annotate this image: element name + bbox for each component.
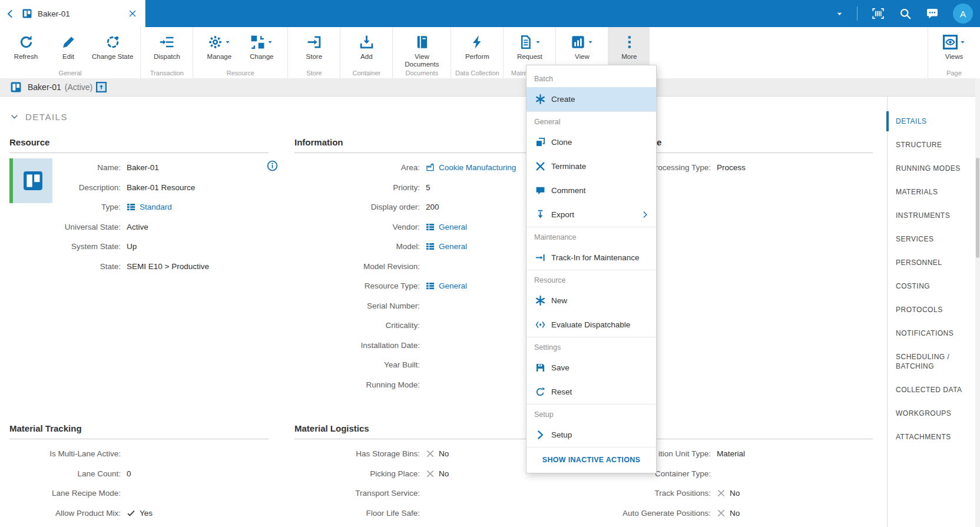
chat-icon[interactable] bbox=[926, 8, 938, 19]
search-icon[interactable] bbox=[899, 8, 911, 19]
field-value-text: No bbox=[730, 509, 740, 518]
dispatch-button[interactable]: Dispatch bbox=[145, 30, 188, 61]
detail-row-resource-type: Resource Type:General bbox=[294, 276, 549, 296]
sidebar-item-protocols[interactable]: PROTOCOLS bbox=[888, 298, 975, 321]
menu-item-label: Reset bbox=[551, 387, 572, 396]
ribbon-group-label: Resource bbox=[193, 69, 287, 77]
view-button[interactable]: View bbox=[561, 30, 603, 61]
sidebar-item-workgroups[interactable]: WORKGROUPS bbox=[888, 402, 975, 425]
menu-item-export[interactable]: Export bbox=[527, 203, 656, 227]
menu-item-comment[interactable]: Comment bbox=[527, 178, 656, 203]
sidebar-item-collected-data[interactable]: COLLECTED DATA bbox=[888, 378, 975, 402]
field-label: State: bbox=[9, 262, 121, 271]
menu-section-label: Settings bbox=[527, 337, 656, 356]
field-label: Year Built: bbox=[294, 360, 420, 369]
resource-image bbox=[13, 158, 52, 203]
menu-section-label: Setup bbox=[527, 405, 656, 423]
field-label: Criticality: bbox=[294, 321, 420, 330]
ribbon-group-label: General bbox=[0, 69, 140, 77]
sidebar-item-services[interactable]: SERVICES bbox=[888, 227, 975, 251]
scrollbar-thumb[interactable] bbox=[976, 158, 979, 258]
edit-button[interactable]: Edit bbox=[47, 30, 90, 61]
field-value: Process bbox=[717, 163, 746, 172]
panel-material-tracking: Material Tracking Is Multi-Lane Active:L… bbox=[9, 423, 269, 523]
ribbon-button-label: Perform bbox=[465, 53, 489, 61]
show-inactive-actions-link[interactable]: SHOW INACTIVE ACTIONS bbox=[527, 447, 656, 473]
field-label: Allow Product Mix: bbox=[9, 509, 121, 518]
chevron-down-icon[interactable] bbox=[836, 11, 843, 17]
field-value[interactable]: General bbox=[426, 223, 467, 231]
detail-row-auto-generate-positions: Auto Generate Positions:No bbox=[601, 503, 873, 523]
sidebar-item-notifications[interactable]: NOTIFICATIONS bbox=[888, 321, 975, 345]
sidebar-item-structure[interactable]: STRUCTURE bbox=[888, 133, 975, 157]
back-chevron-icon[interactable] bbox=[6, 9, 15, 18]
sidebar-item-materials[interactable]: MATERIALS bbox=[888, 180, 975, 204]
sidebar-item-details[interactable]: DETAILS bbox=[888, 110, 975, 133]
details-section-toggle[interactable]: DETAILS bbox=[11, 112, 68, 122]
panel-title: Material Tracking bbox=[9, 423, 269, 439]
menu-item-reset[interactable]: Reset bbox=[527, 380, 656, 404]
sidebar-item-running-modes[interactable]: RUNNING MODES bbox=[888, 157, 975, 180]
sidebar-item-instruments[interactable]: INSTRUMENTS bbox=[888, 204, 975, 227]
view-documents-button[interactable]: View Documents bbox=[398, 30, 446, 68]
field-value: Baker-01 bbox=[127, 163, 159, 172]
cross-icon bbox=[426, 469, 435, 478]
field-value[interactable]: Cookie Manufacturing bbox=[426, 163, 516, 172]
barcode-scan-icon[interactable] bbox=[872, 8, 884, 19]
field-value: 5 bbox=[426, 183, 431, 192]
ribbon-group-label: Transaction bbox=[141, 69, 193, 77]
menu-item-setup[interactable]: Setup bbox=[527, 423, 656, 447]
ribbon-icon-row bbox=[160, 33, 174, 51]
detail-row-display-order: Display order:200 bbox=[294, 197, 549, 217]
sidebar-item-costing[interactable]: COSTING bbox=[888, 274, 975, 298]
sidebar-item-scheduling-batching[interactable]: SCHEDULING / BATCHING bbox=[888, 345, 975, 378]
perform-button[interactable]: Perform bbox=[456, 30, 498, 61]
field-value: No bbox=[717, 509, 740, 518]
change-state-button[interactable]: Change State bbox=[90, 30, 135, 61]
refresh-button[interactable]: Refresh bbox=[5, 30, 47, 61]
menu-item-label: Evaluate Dispatchable bbox=[551, 320, 630, 329]
ribbon-icon-row bbox=[61, 33, 76, 51]
caret-down-icon bbox=[225, 39, 230, 45]
ribbon-group-store: StoreStore bbox=[288, 27, 340, 78]
field-value[interactable]: Standard bbox=[127, 203, 172, 211]
add-button[interactable]: Add bbox=[345, 30, 388, 61]
menu-item-label: Export bbox=[551, 210, 574, 219]
store-button[interactable]: Store bbox=[293, 30, 335, 61]
views-button[interactable]: Views bbox=[933, 30, 975, 61]
vertical-scrollbar[interactable] bbox=[975, 78, 980, 527]
ribbon-group-transaction: DispatchTransaction bbox=[141, 27, 193, 78]
tab-baker-01[interactable]: Baker-01 bbox=[15, 0, 145, 27]
sidebar-item-attachments[interactable]: ATTACHMENTS bbox=[888, 425, 975, 449]
asterisk-icon bbox=[535, 296, 545, 306]
detail-row-system-state: System State:Up bbox=[9, 237, 269, 257]
manage-button[interactable]: Manage bbox=[198, 30, 240, 61]
change-button[interactable]: Change bbox=[240, 30, 283, 61]
info-icon[interactable] bbox=[267, 160, 278, 171]
ribbon-toolbar: RefreshEditChange StateGeneralDispatchTr… bbox=[0, 27, 980, 79]
field-value: 0 bbox=[127, 469, 131, 478]
menu-item-clone[interactable]: Clone bbox=[527, 130, 656, 154]
menu-item-create[interactable]: Create bbox=[527, 87, 656, 111]
menu-section-label: General bbox=[527, 112, 656, 130]
field-label: Vendor: bbox=[294, 223, 420, 231]
menu-item-evaluate-dispatchable[interactable]: Evaluate Dispatchable bbox=[527, 313, 656, 337]
field-value[interactable]: General bbox=[426, 281, 467, 290]
menu-item-track-in-for-maintenance[interactable]: Track-In for Maintenance bbox=[527, 246, 656, 270]
page-nav-sidebar: DETAILSSTRUCTURERUNNING MODESMATERIALSIN… bbox=[887, 97, 975, 527]
menu-item-save[interactable]: Save bbox=[527, 356, 656, 380]
list-icon bbox=[426, 281, 435, 290]
field-value-text: 0 bbox=[127, 469, 131, 478]
expand-up-icon[interactable] bbox=[96, 82, 107, 92]
field-value[interactable]: General bbox=[426, 242, 467, 251]
avatar[interactable]: A bbox=[953, 4, 973, 24]
sidebar-item-personnel[interactable]: PERSONNEL bbox=[888, 251, 975, 274]
request-button[interactable]: Request bbox=[508, 30, 551, 61]
ribbon-button-label: Add bbox=[360, 53, 372, 61]
menu-item-terminate[interactable]: Terminate bbox=[527, 154, 656, 178]
ribbon-button-label: Views bbox=[945, 53, 963, 61]
close-icon[interactable] bbox=[128, 9, 137, 18]
field-label: Is Multi-Lane Active: bbox=[9, 449, 121, 458]
menu-item-new[interactable]: New bbox=[527, 289, 656, 313]
ribbon-group-resource: ManageChangeResource bbox=[193, 27, 288, 78]
